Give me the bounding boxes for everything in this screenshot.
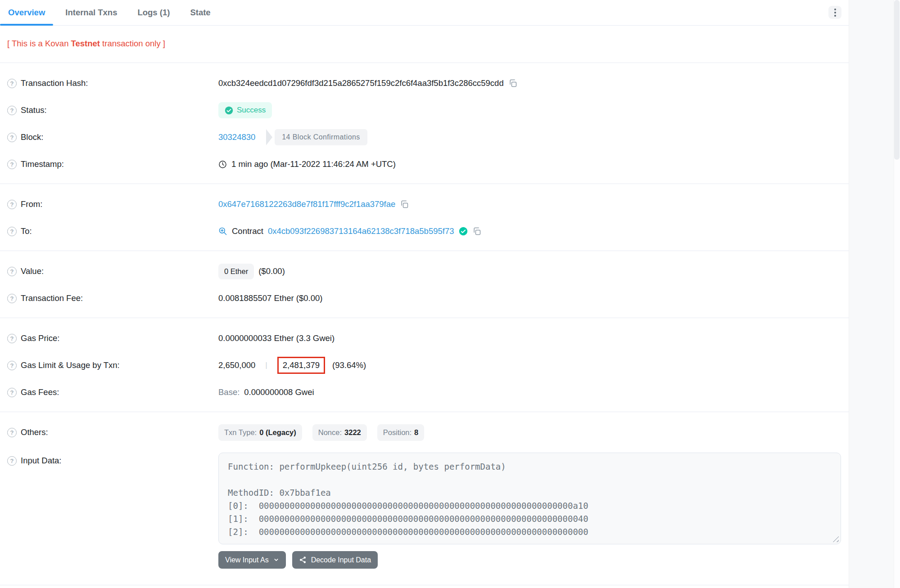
transaction-fee-label: Transaction Fee: bbox=[21, 293, 83, 303]
tab-overview[interactable]: Overview bbox=[0, 0, 53, 25]
resize-grip-icon[interactable] bbox=[832, 536, 839, 542]
row-others: Others: Txn Type: 0 (Legacy) Nonce: 3222… bbox=[0, 424, 849, 441]
contract-word: Contract bbox=[232, 226, 263, 236]
input-data-box[interactable]: Function: performUpkeep(uint256 id, byte… bbox=[218, 453, 841, 544]
help-icon[interactable] bbox=[7, 79, 17, 88]
ether-value-badge: 0 Ether bbox=[218, 264, 254, 279]
help-icon[interactable] bbox=[7, 334, 17, 343]
txn-type-label: Txn Type: bbox=[224, 428, 257, 437]
row-gas-price: Gas Price: 0.0000000033 Ether (3.3 Gwei) bbox=[0, 330, 849, 347]
to-contract-address-link[interactable]: 0x4cb093f226983713164a62138c3f718a5b595f… bbox=[268, 226, 454, 236]
txn-type-value: 0 (Legacy) bbox=[259, 428, 296, 437]
gas-used-percent: (93.64%) bbox=[332, 360, 366, 370]
gas-price-label: Gas Price: bbox=[21, 333, 59, 343]
row-from: From: 0x647e7168122263d8e7f81f17fff9c2f1… bbox=[0, 196, 849, 213]
scrollbar-thumb[interactable] bbox=[894, 0, 900, 160]
kebab-icon bbox=[834, 9, 836, 10]
notice-prefix: [ This is a Kovan bbox=[7, 39, 71, 48]
gas-price-value: 0.0000000033 Ether (3.3 Gwei) bbox=[218, 333, 335, 343]
testnet-notice: [ This is a Kovan Testnet transaction on… bbox=[0, 26, 849, 63]
help-icon[interactable] bbox=[7, 456, 17, 466]
tab-logs[interactable]: Logs (1) bbox=[129, 0, 178, 25]
view-input-as-label: View Input As bbox=[225, 556, 269, 564]
from-address-link[interactable]: 0x647e7168122263d8e7f81f17fff9c2f1aa379f… bbox=[218, 199, 395, 209]
value-label: Value: bbox=[21, 266, 44, 276]
transaction-details-card: Overview Internal Txns Logs (1) State [ … bbox=[0, 0, 849, 585]
timestamp-value: 1 min ago (Mar-11-2022 11:46:24 AM +UTC) bbox=[231, 159, 396, 169]
copy-transaction-hash-button[interactable] bbox=[508, 79, 517, 88]
scrollbar[interactable] bbox=[894, 0, 900, 588]
tab-state[interactable]: State bbox=[182, 0, 218, 25]
transaction-hash-value: 0xcb324eedcd1d07296fdf3d215a2865275f159c… bbox=[218, 78, 504, 88]
row-gas-limit-usage: Gas Limit & Usage by Txn: 2,650,000 | 2,… bbox=[0, 357, 849, 374]
row-gas-fees: Gas Fees: Base: 0.000000008 Gwei bbox=[0, 384, 849, 401]
confirmations-text: 14 Block Confirmations bbox=[275, 129, 367, 145]
tab-state-label: State bbox=[190, 8, 210, 18]
decode-input-data-button[interactable]: Decode Input Data bbox=[292, 551, 378, 569]
help-icon[interactable] bbox=[7, 361, 17, 370]
copy-icon bbox=[508, 79, 517, 88]
tab-overview-label: Overview bbox=[8, 8, 45, 18]
base-fee-value: 0.000000008 Gwei bbox=[244, 387, 314, 397]
row-input-data: Input Data: Function: performUpkeep(uint… bbox=[0, 453, 849, 569]
row-block: Block: 30324830 14 Block Confirmations bbox=[0, 129, 849, 146]
position-label: Position: bbox=[383, 428, 412, 437]
value-usd: ($0.00) bbox=[258, 266, 285, 276]
section-others-input: Others: Txn Type: 0 (Legacy) Nonce: 3222… bbox=[0, 412, 849, 585]
input-data-content: Function: performUpkeep(uint256 id, byte… bbox=[228, 460, 832, 539]
help-icon[interactable] bbox=[7, 227, 17, 236]
transaction-hash-label: Transaction Hash: bbox=[21, 78, 88, 88]
tab-bar: Overview Internal Txns Logs (1) State bbox=[0, 0, 849, 26]
gas-limit-label: Gas Limit & Usage by Txn: bbox=[21, 360, 120, 370]
tab-internal-txns[interactable]: Internal Txns bbox=[57, 0, 125, 25]
others-label: Others: bbox=[21, 427, 48, 437]
position-badge: Position: 8 bbox=[377, 424, 424, 441]
annotation-box-gas-used: 2,481,379 bbox=[277, 357, 325, 374]
help-icon[interactable] bbox=[7, 133, 17, 142]
notice-bold: Testnet bbox=[71, 39, 100, 48]
input-data-label: Input Data: bbox=[21, 456, 62, 466]
notice-suffix: transaction only ] bbox=[100, 39, 165, 48]
row-timestamp: Timestamp: 1 min ago (Mar-11-2022 11:46:… bbox=[0, 156, 849, 173]
view-input-as-button[interactable]: View Input As bbox=[218, 551, 286, 569]
timestamp-label: Timestamp: bbox=[21, 159, 64, 169]
position-value: 8 bbox=[414, 428, 418, 437]
help-icon[interactable] bbox=[7, 267, 17, 276]
verified-check-icon bbox=[459, 227, 468, 236]
nonce-badge: Nonce: 3222 bbox=[312, 424, 367, 441]
copy-from-address-button[interactable] bbox=[400, 200, 409, 209]
gas-separator: | bbox=[265, 361, 267, 370]
section-overview-top: Transaction Hash: 0xcb324eedcd1d07296fdf… bbox=[0, 63, 849, 184]
decode-icon bbox=[299, 556, 307, 564]
row-transaction-fee: Transaction Fee: 0.0081885507 Ether ($0.… bbox=[0, 290, 849, 307]
block-number-link[interactable]: 30324830 bbox=[218, 132, 255, 142]
row-to: To: Contract 0x4cb093f226983713164a62138… bbox=[0, 223, 849, 240]
success-check-icon bbox=[225, 106, 233, 115]
input-data-actions: View Input As Decode Input Data bbox=[218, 551, 378, 569]
confirmations-arrow-icon bbox=[266, 129, 272, 145]
decode-input-data-label: Decode Input Data bbox=[311, 556, 371, 564]
row-transaction-hash: Transaction Hash: 0xcb324eedcd1d07296fdf… bbox=[0, 75, 849, 92]
help-icon[interactable] bbox=[7, 200, 17, 209]
status-value: Success bbox=[237, 106, 266, 115]
more-options-button[interactable] bbox=[828, 6, 841, 19]
help-icon[interactable] bbox=[7, 428, 17, 437]
section-gas: Gas Price: 0.0000000033 Ether (3.3 Gwei)… bbox=[0, 318, 849, 412]
transaction-fee-value: 0.0081885507 Ether ($0.00) bbox=[218, 293, 322, 303]
base-fee-label: Base: bbox=[218, 387, 240, 397]
txn-type-badge: Txn Type: 0 (Legacy) bbox=[218, 424, 302, 441]
magnifier-plus-icon[interactable] bbox=[218, 227, 227, 236]
tab-logs-label: Logs (1) bbox=[137, 8, 170, 18]
gas-fees-label: Gas Fees: bbox=[21, 387, 59, 397]
clock-icon bbox=[218, 160, 227, 169]
copy-to-address-button[interactable] bbox=[472, 227, 481, 236]
help-icon[interactable] bbox=[7, 160, 17, 169]
page-background-rail bbox=[849, 0, 900, 588]
help-icon[interactable] bbox=[7, 388, 17, 397]
help-icon[interactable] bbox=[7, 294, 17, 303]
status-label: Status: bbox=[21, 105, 47, 115]
to-label: To: bbox=[21, 226, 32, 236]
row-status: Status: Success bbox=[0, 102, 849, 119]
nonce-label: Nonce: bbox=[318, 428, 342, 437]
help-icon[interactable] bbox=[7, 106, 17, 115]
